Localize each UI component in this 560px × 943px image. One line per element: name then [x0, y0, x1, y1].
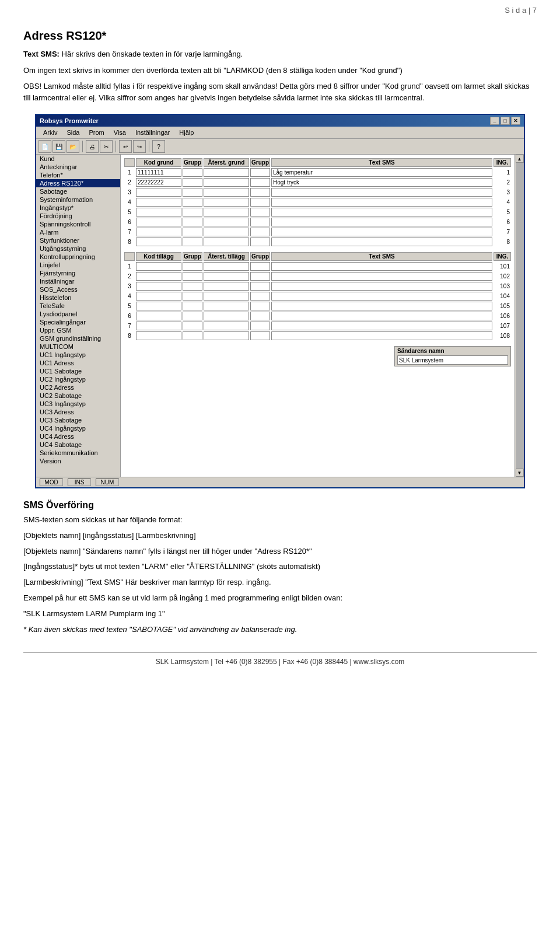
sidebar-item-seriekomm[interactable]: Seriekommunikation: [36, 449, 120, 457]
grupp-t-6[interactable]: [183, 312, 202, 320]
menu-arkiv[interactable]: Arkiv: [38, 128, 62, 137]
sidebar-item-uc4-sabotage[interactable]: UC4 Sabotage: [36, 441, 120, 449]
sidebar-item-specialingangar[interactable]: Specialingångar: [36, 318, 120, 326]
aterst-6[interactable]: [204, 218, 249, 226]
kod-tillagg-1[interactable]: [136, 262, 181, 271]
text-sms-t-2[interactable]: [271, 272, 492, 281]
grupp2-t-4[interactable]: [250, 292, 270, 301]
sidebar-item-uc4-adress[interactable]: UC4 Adress: [36, 432, 120, 441]
sidebar-item-uppr-gsm[interactable]: Uppr. GSM: [36, 326, 120, 334]
toolbar-btn-6[interactable]: ↩: [119, 140, 132, 153]
grupp-t-8[interactable]: [183, 331, 202, 340]
kod-grund-8[interactable]: [136, 238, 181, 246]
grupp2-8[interactable]: [250, 238, 270, 246]
sidebar-item-uc1-sabotage[interactable]: UC1 Sabotage: [36, 367, 120, 375]
sidebar-item-version[interactable]: Version: [36, 457, 120, 465]
text-sms-3[interactable]: [271, 188, 492, 197]
kod-grund-4[interactable]: [136, 198, 181, 207]
toolbar-btn-2[interactable]: 💾: [52, 140, 65, 153]
sidebar-item-telefon[interactable]: Telefon*: [36, 171, 120, 179]
kod-tillagg-5[interactable]: [136, 302, 181, 310]
sidebar-item-utgangsstyrning[interactable]: Utgångsstyrning: [36, 245, 120, 253]
maximize-button[interactable]: □: [501, 117, 510, 125]
grupp-t-7[interactable]: [183, 322, 202, 330]
scroll-track[interactable]: [516, 163, 524, 469]
grupp-t-5[interactable]: [183, 302, 202, 310]
toolbar-btn-4[interactable]: 🖨: [86, 140, 99, 153]
close-button[interactable]: ✕: [511, 117, 520, 125]
grupp-6[interactable]: [183, 218, 202, 226]
sidebar-item-spanning[interactable]: Spänningskontroll: [36, 220, 120, 228]
text-sms-t-8[interactable]: [271, 331, 492, 340]
grupp-7[interactable]: [183, 228, 202, 236]
text-sms-2[interactable]: [271, 178, 492, 187]
aterst-t-2[interactable]: [204, 272, 249, 281]
sidebar-item-multicom[interactable]: MULTICOM: [36, 343, 120, 351]
sidebar-item-kontrolluppringning[interactable]: Kontrolluppringning: [36, 253, 120, 261]
aterst-5[interactable]: [204, 208, 249, 216]
kod-tillagg-4[interactable]: [136, 292, 181, 301]
sidebar-item-uc3-sabotage[interactable]: UC3 Sabotage: [36, 416, 120, 424]
text-sms-7[interactable]: [271, 228, 492, 236]
sidebar-item-sos-access[interactable]: SOS_Access: [36, 285, 120, 294]
toolbar-btn-3[interactable]: 📂: [66, 140, 79, 153]
sidebar-item-alarm[interactable]: A-larm: [36, 228, 120, 236]
toolbar-btn-1[interactable]: 📄: [38, 140, 51, 153]
aterst-3[interactable]: [204, 188, 249, 197]
aterst-8[interactable]: [204, 238, 249, 246]
grupp2-7[interactable]: [250, 228, 270, 236]
text-sms-4[interactable]: [271, 198, 492, 207]
grupp2-3[interactable]: [250, 188, 270, 197]
text-sms-t-6[interactable]: [271, 312, 492, 320]
text-sms-6[interactable]: [271, 218, 492, 226]
kod-grund-3[interactable]: [136, 188, 181, 197]
text-sms-5[interactable]: [271, 208, 492, 216]
aterst-t-3[interactable]: [204, 282, 249, 291]
kod-tillagg-7[interactable]: [136, 322, 181, 330]
minimize-button[interactable]: _: [490, 117, 499, 125]
grupp-8[interactable]: [183, 238, 202, 246]
text-sms-1[interactable]: [271, 168, 492, 177]
sidebar-item-linjefel[interactable]: Linjefel: [36, 261, 120, 269]
aterst-t-5[interactable]: [204, 302, 249, 310]
sidebar-item-hisstelefon[interactable]: Hisstelefon: [36, 294, 120, 302]
grupp2-t-2[interactable]: [250, 272, 270, 281]
aterst-t-7[interactable]: [204, 322, 249, 330]
kod-grund-6[interactable]: [136, 218, 181, 226]
aterst-t-8[interactable]: [204, 331, 249, 340]
grupp2-t-3[interactable]: [250, 282, 270, 291]
sidebar-item-uc2-ingangstyp[interactable]: UC2 Ingångstyp: [36, 375, 120, 383]
grupp-t-4[interactable]: [183, 292, 202, 301]
sidebar-item-telesafe[interactable]: TeleSafe: [36, 302, 120, 310]
aterst-7[interactable]: [204, 228, 249, 236]
grupp2-4[interactable]: [250, 198, 270, 207]
grupp2-5[interactable]: [250, 208, 270, 216]
kod-grund-7[interactable]: [136, 228, 181, 236]
grupp2-1[interactable]: [250, 168, 270, 177]
kod-tillagg-2[interactable]: [136, 272, 181, 281]
kod-tillagg-8[interactable]: [136, 331, 181, 340]
sidebar-item-sabotage[interactable]: Sabotage: [36, 187, 120, 195]
grupp2-t-1[interactable]: [250, 262, 270, 271]
aterst-4[interactable]: [204, 198, 249, 207]
sidebar-item-gsm-grund[interactable]: GSM grundinställning: [36, 334, 120, 343]
text-sms-t-1[interactable]: [271, 262, 492, 271]
kod-tillagg-6[interactable]: [136, 312, 181, 320]
grupp-4[interactable]: [183, 198, 202, 207]
aterst-1[interactable]: [204, 168, 249, 177]
aterst-t-1[interactable]: [204, 262, 249, 271]
toolbar-btn-7[interactable]: ↪: [133, 140, 146, 153]
menu-visa[interactable]: Visa: [109, 128, 131, 137]
kod-tillagg-3[interactable]: [136, 282, 181, 291]
sidebar-item-uc2-adress[interactable]: UC2 Adress: [36, 383, 120, 392]
sidebar-item-uc1-ingangstyp[interactable]: UC1 Ingångstyp: [36, 351, 120, 359]
text-sms-t-4[interactable]: [271, 292, 492, 301]
kod-grund-1[interactable]: [136, 168, 181, 177]
text-sms-t-5[interactable]: [271, 302, 492, 310]
sidebar-item-fjarrstyrning[interactable]: Fjärrstyrning: [36, 269, 120, 277]
toolbar-btn-5[interactable]: ✂: [100, 140, 113, 153]
toolbar-btn-8[interactable]: ?: [152, 140, 165, 153]
sidebar-item-fordroj[interactable]: Fördröjning: [36, 212, 120, 220]
sidebar-item-uc4-ingangstyp[interactable]: UC4 Ingångstyp: [36, 424, 120, 432]
menu-sida[interactable]: Sida: [62, 128, 84, 137]
